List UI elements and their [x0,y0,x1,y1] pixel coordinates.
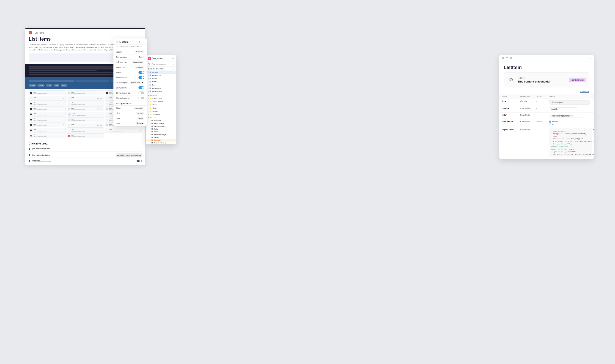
find-components-input[interactable] [152,63,172,65]
list-item[interactable]: Label Title content placeholder add text [67,96,104,101]
show-code-area: Show code [499,90,594,94]
list-item[interactable]: Label Title content placeholder ✏ [29,122,66,127]
title-position-dropdown[interactable]: Top ▾ [138,56,144,58]
show-code-button[interactable]: Show code [580,91,589,92]
sidebar-item-modals[interactable]: › 📁 Modals [146,110,176,113]
list-item[interactable]: ☰ Label Title content placeholder [67,112,104,117]
sidebar-item-label: CheckboxGroup [154,142,166,144]
clickable-item-input[interactable] [116,153,142,157]
component-icon: ⊞ [149,84,151,86]
target-icon[interactable]: ⊕ [139,41,140,43]
sidebar-item-notifications[interactable]: › ⊞ Notifications [146,90,176,93]
component-icon: ⊞ [151,120,153,122]
radio-item-bottom[interactable]: bottom [549,120,589,123]
sidebar-item-components[interactable]: › 📁 Components [146,97,176,100]
sidebar-item-background-icon[interactable]: › ⊞ BackgroundIcon [146,125,176,128]
sidebar-item-label: Notifications [152,91,162,92]
list-item-tag: add text [97,97,102,99]
sidebar-item-amount[interactable]: › ⊞ Amount [146,71,176,74]
action-type-dropdown[interactable]: Custom ▾ [135,66,144,69]
custom-right-select[interactable]: icon-plac... ▾ [130,81,144,84]
more-icon[interactable]: ••• [142,41,144,43]
sidebar-item-button[interactable]: › ⊞ Button [146,136,176,139]
list-item[interactable]: Label Title content placeholder [29,106,66,111]
sidebar-item-carousel[interactable]: › ⊞ Carousel [146,139,176,142]
clickable-toggle[interactable] [137,160,142,162]
sidebar-item-label: Accordion [154,120,161,122]
list-item[interactable]: Label Title content placeholder [29,117,66,122]
storybook-icon: S [148,57,151,60]
sidebar-item-hooks[interactable]: › 📁 Hooks [146,103,176,106]
show-divider-bottom-toggle[interactable] [139,97,144,99]
chevron-right-icon: › [150,122,151,124]
radio-item-top[interactable]: top [549,123,589,126]
sidebar-item-illustrations[interactable]: › ⊞ Illustrations [146,87,176,90]
list-item[interactable]: Label Title content placeholder ✏ [29,96,66,101]
variant-dropdown[interactable]: Default ▾ [135,51,144,53]
controls-panel: ListItem ▾ ⊕ ••• https://storybook.stagi… [113,39,147,126]
sidebar-item-colors[interactable]: › ⊞ Colors [146,77,176,80]
list-item-text: Label Title content placeholder [71,91,102,94]
storybook-settings-icon[interactable]: ⚙ [172,57,174,60]
icon-select[interactable]: bell ▾ [136,122,144,125]
icon-label: Icon [116,122,120,125]
grid-icon[interactable]: ⊞ [502,57,504,60]
sidebar-item-skeletons[interactable]: › 📁 Skeletons [146,113,176,116]
sidebar-item-fonts[interactable]: › ⊞ Fonts [146,80,176,83]
sidebar-item-form-controls[interactable]: › 📁 Form Controls [146,100,176,103]
show-icon-left-control: Show icon left [113,75,147,80]
action-toggle[interactable] [139,71,144,74]
collapse-icon[interactable]: ⌃ [172,94,174,96]
list-item-text: Label Title content placeholder [109,129,138,132]
list-item[interactable]: Label Title content placeholder [67,101,104,106]
copy-icon[interactable]: ⊞ [593,128,594,130]
sidebar-item-accordion[interactable]: › ⊞ Accordion [146,119,176,122]
preview-right-element-button[interactable]: right element [569,78,586,82]
title-input[interactable] [549,114,583,118]
chevron-down-icon: ▾ [142,66,143,68]
collapse-icon[interactable]: ⌃ [172,68,174,70]
list-dot [68,108,70,110]
theme-dropdown[interactable]: Important ▾ [133,107,144,109]
list-items-col-1: Label Title content placeholder Label Ti… [29,91,66,138]
icon-control-dropdown[interactable]: Choose option... ▾ [549,100,589,104]
list-item[interactable]: Label Title content placeholder [29,128,66,133]
list-item[interactable]: Label Title content placeholder [67,128,104,133]
list-item[interactable]: Label Title content placeholder [67,117,104,122]
list-item[interactable]: Label Title content placeholder [29,101,66,106]
radio-circle-top [549,123,551,126]
size-dropdown[interactable]: Small ▾ [136,112,144,115]
show-icon-left-toggle[interactable] [139,76,144,79]
chevron-down-icon: ▾ [142,117,143,119]
list-item[interactable]: Label Title content placeholder add text [67,123,104,128]
show-divider-top-toggle[interactable] [139,91,144,94]
left-icon-type-dropdown[interactable]: Highlighted ▾ [132,61,144,64]
show-subtitle-toggle[interactable] [139,86,144,89]
chevron-down-icon: ▾ [142,61,143,63]
list-item[interactable]: Label Title content placeholder add text [67,106,104,111]
list-item[interactable]: Label Title content placeholder [29,133,66,138]
sidebar-item-ui[interactable]: ▾ 📁 UI [146,116,176,119]
list-icon[interactable]: ☰ [506,57,508,60]
sidebar-item-checkbox-group[interactable]: › ⊞ CheckboxGroup [146,142,176,144]
list-item[interactable]: Label Title content placeholder [29,91,66,95]
sidebar-item-banner[interactable]: › ⊞ Banner [146,130,176,133]
expand-icon[interactable]: ⤢ [589,57,591,60]
list-item[interactable]: Label Title content placeholder [29,112,66,117]
panel-icon[interactable]: ⊟ [510,57,512,60]
style-dropdown[interactable]: Light ▾ [137,117,144,120]
list-dot [30,124,32,126]
sidebar-item-badge[interactable]: › ⊞ Badge [146,128,176,130]
list-item[interactable]: Label Title content placeholder ✕ [105,128,142,133]
subtitle-input[interactable] [549,107,577,111]
sidebar-item-animations[interactable]: › ⊞ Animations [146,74,176,77]
folder-icon: 📁 [149,110,152,112]
code-controls: ⊞ ⟲ [593,128,594,130]
sidebar-item-links[interactable]: › 📁 Links [146,106,176,110]
list-item[interactable]: Label Title content placeholder [67,91,104,95]
sidebar-item-autocomplete[interactable]: › ⊞ Autocomplete [146,122,176,125]
sidebar-item-banner-message[interactable]: › ⊞ BannerMessage [146,133,176,136]
list-item[interactable]: Label Title content placeholder [67,133,104,138]
component-preview: ⚙ Subtitle Title content placeholder rig… [504,72,589,87]
sidebar-item-icons[interactable]: › ⊞ Icons [146,83,176,87]
